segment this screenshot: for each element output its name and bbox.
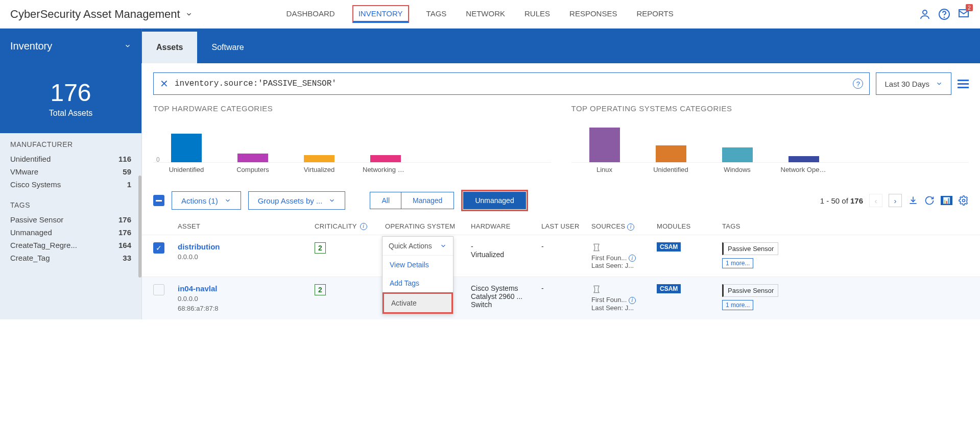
gear-icon[interactable] bbox=[959, 195, 969, 206]
tag-more-link[interactable]: 1 more... bbox=[722, 300, 753, 310]
chart-bar[interactable] bbox=[781, 156, 827, 162]
refresh-icon[interactable] bbox=[924, 195, 935, 206]
chart-category-label: Unidentified bbox=[163, 166, 209, 173]
tag-badge[interactable]: Passive Sensor bbox=[722, 242, 778, 255]
nav-dashboard[interactable]: DASHBOARD bbox=[284, 5, 337, 23]
search-query: inventory.source:'PASSIVE_SENSOR' bbox=[175, 79, 847, 88]
chart-bar[interactable] bbox=[163, 134, 209, 162]
col-os[interactable]: OPERATING SYSTEM bbox=[385, 222, 467, 231]
facet-item[interactable]: Passive Sensor176 bbox=[10, 213, 131, 226]
tab-assets[interactable]: Assets bbox=[142, 32, 197, 63]
download-icon[interactable] bbox=[908, 195, 918, 206]
date-range-select[interactable]: Last 30 Days bbox=[876, 72, 951, 95]
user-icon[interactable] bbox=[919, 8, 931, 20]
chart-y-label: 0 bbox=[156, 156, 160, 163]
chart-category-label: Unidentified bbox=[648, 166, 694, 173]
info-icon[interactable]: i bbox=[629, 297, 636, 304]
facet-tags: TAGS Passive Sensor176 Unmanaged176 Crea… bbox=[0, 194, 141, 267]
asset-ip: 0.0.0.0 bbox=[178, 295, 310, 303]
scrollbar[interactable] bbox=[138, 175, 141, 278]
actions-button[interactable]: Actions (1) bbox=[172, 191, 241, 210]
help-icon[interactable] bbox=[938, 8, 950, 20]
facet-item[interactable]: Create_Tag33 bbox=[10, 252, 131, 264]
info-icon[interactable]: i bbox=[627, 223, 634, 231]
chart-category-label: Computers bbox=[230, 166, 276, 173]
highlight-annotation: Unmanaged bbox=[461, 190, 528, 211]
popup-view-details[interactable]: View Details bbox=[383, 256, 453, 274]
col-tags[interactable]: TAGS bbox=[722, 222, 788, 231]
group-by-button[interactable]: Group Assets by ... bbox=[248, 191, 346, 210]
asset-name-link[interactable]: distribution bbox=[178, 242, 310, 251]
mail-notification[interactable]: 2 bbox=[958, 7, 970, 21]
pill-unmanaged[interactable]: Unmanaged bbox=[463, 192, 525, 209]
chart-bar[interactable] bbox=[648, 145, 694, 162]
pill-all[interactable]: All bbox=[370, 192, 401, 209]
chart-bar[interactable] bbox=[296, 155, 342, 162]
sources-cell: First Foun... i Last Seen: J... bbox=[591, 284, 653, 312]
main: 176 Total Assets MANUFACTURER Unidentifi… bbox=[0, 63, 980, 319]
info-icon[interactable]: i bbox=[360, 223, 367, 230]
facet-item[interactable]: Unmanaged176 bbox=[10, 226, 131, 239]
nav-reports[interactable]: REPORTS bbox=[634, 5, 675, 23]
chart-bar[interactable] bbox=[363, 155, 409, 162]
sidebar: 176 Total Assets MANUFACTURER Unidentifi… bbox=[0, 63, 142, 319]
lastuser-cell: - bbox=[541, 242, 587, 250]
filter-pills: All Managed bbox=[370, 192, 454, 209]
facet-item[interactable]: CreateTag_Regre...164 bbox=[10, 239, 131, 252]
sensor-icon bbox=[591, 242, 602, 253]
chart-icon[interactable]: 📊 bbox=[941, 196, 952, 205]
col-lastuser[interactable]: LAST USER bbox=[541, 222, 587, 231]
pager-text: 1 - 50 of 176 bbox=[820, 196, 863, 205]
popup-title[interactable]: Quick Actions bbox=[383, 237, 453, 256]
pager-next[interactable]: › bbox=[889, 194, 902, 207]
tag-more-link[interactable]: 1 more... bbox=[722, 258, 753, 268]
clear-icon[interactable]: ✕ bbox=[160, 78, 169, 90]
search-input[interactable]: ✕ inventory.source:'PASSIVE_SENSOR' ? bbox=[153, 72, 870, 95]
pill-managed[interactable]: Managed bbox=[401, 192, 453, 209]
facet-item[interactable]: VMware59 bbox=[10, 165, 131, 178]
row-checkbox[interactable]: ✓ bbox=[153, 242, 164, 254]
chart-title: TOP HARDWARE CATEGORIES bbox=[153, 104, 551, 113]
nav-rules[interactable]: RULES bbox=[522, 5, 552, 23]
section-tabs: Assets Software bbox=[142, 29, 258, 63]
chevron-down-icon[interactable] bbox=[185, 11, 193, 18]
module-badge: CSAM bbox=[657, 242, 681, 252]
total-assets-count: 176 bbox=[15, 79, 126, 107]
col-criticality[interactable]: CRITICALITY i bbox=[315, 222, 381, 231]
asset-ip: 0.0.0.0 bbox=[178, 253, 310, 261]
nav-responses[interactable]: RESPONSES bbox=[567, 5, 619, 23]
chart-category-label: Linux bbox=[582, 166, 628, 173]
tab-software[interactable]: Software bbox=[197, 32, 258, 63]
select-all-checkbox[interactable] bbox=[153, 195, 164, 206]
tag-badge[interactable]: Passive Sensor bbox=[722, 284, 778, 297]
col-asset[interactable]: ASSET bbox=[178, 222, 310, 231]
popup-add-tags[interactable]: Add Tags bbox=[383, 274, 453, 292]
chart-bar[interactable] bbox=[582, 128, 628, 162]
facet-item[interactable]: Unidentified116 bbox=[10, 153, 131, 165]
hamburger-icon[interactable] bbox=[958, 80, 969, 88]
criticality-badge: 2 bbox=[315, 284, 326, 295]
os-chart: TOP OPERATING SYSTEMS CATEGORIES LinuxUn… bbox=[571, 104, 969, 173]
pager-prev[interactable]: ‹ bbox=[869, 194, 882, 207]
asset-name-link[interactable]: in04-navlal bbox=[178, 284, 310, 293]
nav-network[interactable]: NETWORK bbox=[464, 5, 507, 23]
facet-title: MANUFACTURER bbox=[10, 140, 131, 148]
popup-activate[interactable]: Activate bbox=[383, 292, 453, 314]
asset-mac: 68:86:a7:87:8 bbox=[178, 305, 310, 312]
col-sources[interactable]: SOURCES i bbox=[591, 222, 653, 231]
row-checkbox[interactable] bbox=[153, 284, 164, 295]
info-icon[interactable]: i bbox=[629, 255, 636, 262]
search-help-icon[interactable]: ? bbox=[853, 79, 863, 89]
hardware-cell: Cisco Systems Catalyst 2960 ... Switch bbox=[471, 284, 537, 309]
facet-item[interactable]: Cisco Systems1 bbox=[10, 178, 131, 191]
col-modules[interactable]: MODULES bbox=[657, 222, 718, 231]
nav-inventory[interactable]: INVENTORY bbox=[352, 5, 409, 23]
col-hardware[interactable]: HARDWARE bbox=[471, 222, 537, 231]
chart-bar[interactable] bbox=[714, 147, 760, 162]
sensor-icon bbox=[591, 284, 602, 294]
section-title-bar[interactable]: Inventory bbox=[0, 29, 142, 63]
search-row: ✕ inventory.source:'PASSIVE_SENSOR' ? La… bbox=[142, 63, 980, 104]
chart-bar[interactable] bbox=[230, 154, 276, 162]
nav-tags[interactable]: TAGS bbox=[424, 5, 449, 23]
svg-point-4 bbox=[963, 199, 965, 202]
